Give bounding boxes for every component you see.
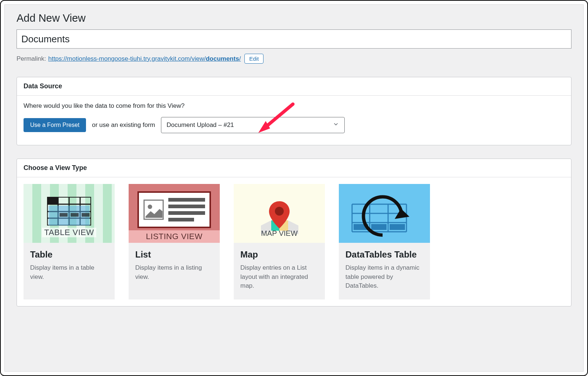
svg-rect-10 (71, 213, 79, 217)
data-source-question: Where would you like the data to come fr… (24, 102, 564, 110)
svg-rect-30 (390, 224, 405, 230)
data-source-heading: Data Source (17, 77, 571, 96)
svg-text:MAP VIEW: MAP VIEW (261, 229, 298, 237)
view-card-title: Table (30, 249, 108, 260)
choose-view-type-heading: Choose a View Type (17, 159, 571, 177)
edit-permalink-button[interactable]: Edit (244, 54, 263, 64)
use-form-preset-button[interactable]: Use a Form Preset (24, 118, 86, 132)
list-view-thumbnail: LISTING VIEW (129, 184, 220, 243)
view-card-desc: Display items in a table view. (30, 263, 108, 281)
chevron-down-icon (333, 121, 339, 130)
data-source-panel: Data Source Where would you like the dat… (17, 77, 571, 145)
view-card-title: DataTables Table (345, 249, 423, 260)
select-value: Document Upload – #21 (166, 121, 234, 129)
svg-rect-29 (371, 224, 387, 230)
view-card-map[interactable]: MAP VIEW Map Display entries on a List l… (234, 184, 325, 299)
view-card-desc: Display entries on a List layout with an… (240, 263, 318, 291)
view-card-desc: Display items in a dynamic table powered… (345, 263, 423, 291)
or-text: or use an existing form (92, 121, 155, 129)
view-card-title: List (135, 249, 213, 260)
view-title-input[interactable] (17, 29, 571, 49)
view-card-list[interactable]: LISTING VIEW List Display items in a lis… (129, 184, 220, 299)
svg-point-18 (275, 207, 284, 216)
view-card-title: Map (240, 249, 318, 260)
svg-point-13 (148, 205, 152, 209)
svg-rect-11 (82, 213, 90, 217)
datatables-view-thumbnail (339, 184, 430, 243)
view-card-desc: Display items in a listing view. (135, 263, 213, 281)
view-card-table[interactable]: TABLE VIEW Table Display items in a tabl… (24, 184, 115, 299)
view-card-datatables[interactable]: DataTables Table Display items in a dyna… (339, 184, 430, 299)
table-view-thumbnail: TABLE VIEW (24, 184, 115, 243)
existing-form-select[interactable]: Document Upload – #21 (161, 117, 345, 133)
permalink-label: Permalink: (17, 55, 46, 63)
choose-view-type-panel: Choose a View Type (17, 159, 571, 306)
svg-rect-1 (47, 197, 58, 204)
permalink-row: Permalink: https://motionless-mongoose-t… (17, 54, 571, 64)
page-heading: Add New View (17, 12, 571, 24)
permalink-link[interactable]: https://motionless-mongoose-tiuhi.try.gr… (48, 55, 241, 63)
map-view-thumbnail: MAP VIEW (234, 184, 325, 243)
svg-rect-9 (60, 213, 68, 217)
